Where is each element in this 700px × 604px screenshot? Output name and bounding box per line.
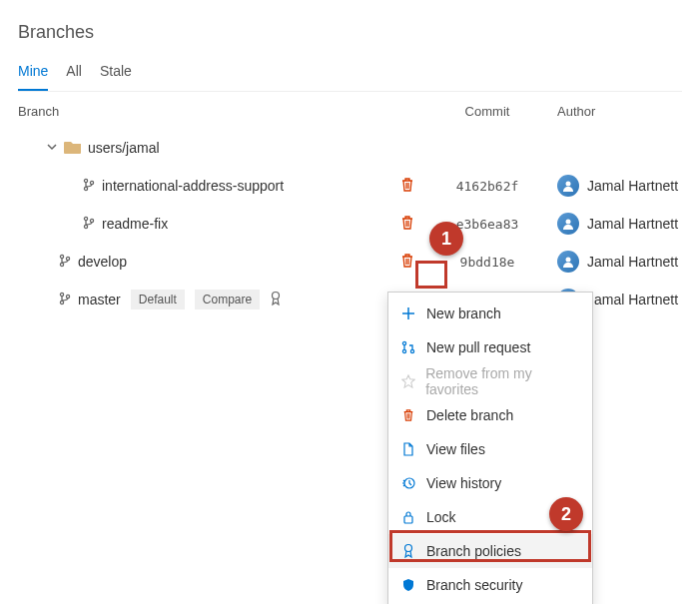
commit-hash[interactable]: e3b6ea83 — [456, 217, 519, 232]
branch-icon — [58, 292, 72, 308]
svg-point-7 — [566, 220, 571, 225]
delete-icon[interactable] — [387, 215, 427, 234]
file-icon — [400, 441, 416, 457]
svg-point-5 — [84, 225, 87, 228]
pull-request-icon — [400, 339, 416, 355]
chevron-down-icon — [46, 140, 58, 156]
menu-label: New pull request — [426, 339, 530, 355]
branch-row[interactable]: international-address-support 4162b62f J… — [18, 167, 682, 205]
menu-label: Lock — [426, 509, 456, 525]
branch-name: master — [78, 292, 121, 307]
svg-point-13 — [60, 301, 63, 303]
branch-name: develop — [78, 254, 127, 270]
lock-icon — [400, 509, 416, 525]
avatar — [557, 175, 579, 197]
tabs: Mine All Stale — [18, 57, 682, 92]
annotation-callout-2: 2 — [549, 497, 583, 531]
shield-icon — [400, 577, 416, 593]
annotation-callout-1: 1 — [429, 222, 463, 256]
tab-all[interactable]: All — [66, 57, 82, 91]
svg-point-1 — [84, 187, 87, 190]
delete-icon[interactable] — [387, 253, 427, 272]
branch-icon — [82, 178, 96, 195]
svg-point-3 — [566, 182, 571, 187]
menu-branch-security[interactable]: Branch security — [388, 568, 592, 602]
svg-point-0 — [84, 179, 87, 182]
author-name[interactable]: Jamal Hartnett — [587, 216, 678, 232]
folder-icon — [64, 140, 82, 157]
commit-hash[interactable]: 9bdd18e — [460, 255, 515, 270]
svg-point-4 — [84, 217, 87, 220]
history-icon — [400, 475, 416, 491]
plus-icon — [400, 305, 416, 321]
tab-stale[interactable]: Stale — [100, 57, 132, 91]
svg-point-8 — [60, 255, 63, 258]
branch-name: readme-fix — [102, 216, 168, 232]
col-header-commit[interactable]: Commit — [427, 104, 547, 119]
avatar — [557, 251, 579, 273]
menu-new-pr[interactable]: New pull request — [388, 330, 592, 364]
branch-name: international-address-support — [102, 178, 284, 194]
folder-row[interactable]: users/jamal — [18, 129, 682, 167]
table-header: Branch Commit Author — [18, 94, 682, 129]
menu-label: Branch security — [426, 577, 522, 593]
col-header-author[interactable]: Author — [547, 104, 682, 119]
menu-delete-branch[interactable]: Delete branch — [388, 398, 592, 432]
menu-label: New branch — [426, 305, 501, 321]
menu-label: View history — [426, 475, 501, 491]
branch-icon — [82, 216, 96, 233]
tab-mine[interactable]: Mine — [18, 57, 48, 91]
menu-remove-favorite: Remove from my favorites — [388, 364, 592, 398]
svg-point-10 — [66, 257, 69, 260]
badge-compare: Compare — [195, 290, 260, 309]
avatar — [557, 213, 579, 235]
svg-point-21 — [402, 349, 405, 352]
author-name[interactable]: Jamal Hartnett — [587, 292, 678, 307]
svg-point-11 — [566, 258, 571, 263]
badge-default: Default — [131, 290, 185, 309]
page-title: Branches — [18, 22, 682, 43]
svg-point-6 — [90, 219, 93, 222]
commit-hash[interactable]: 4162b62f — [456, 179, 519, 194]
svg-point-9 — [60, 263, 63, 266]
ribbon-icon — [270, 291, 282, 309]
branch-row[interactable]: develop 9bdd18e Jamal Hartnett — [18, 243, 682, 281]
menu-view-history[interactable]: View history — [388, 466, 592, 500]
svg-rect-24 — [404, 516, 412, 523]
branch-icon — [58, 254, 72, 271]
star-outline-icon — [400, 373, 415, 389]
ribbon-icon — [400, 543, 416, 559]
svg-point-20 — [402, 341, 405, 344]
menu-label: Remove from my favorites — [425, 365, 580, 397]
branch-row[interactable]: readme-fix e3b6ea83 Jamal Hartnett — [18, 205, 682, 243]
menu-new-branch[interactable]: New branch — [388, 297, 592, 330]
author-name[interactable]: Jamal Hartnett — [587, 254, 678, 270]
svg-point-15 — [273, 292, 280, 299]
menu-label: View files — [426, 441, 485, 457]
svg-point-12 — [60, 293, 63, 296]
folder-name: users/jamal — [88, 140, 160, 156]
delete-icon[interactable] — [387, 177, 427, 196]
svg-point-14 — [66, 295, 69, 298]
svg-point-25 — [405, 545, 412, 552]
context-menu: New branch New pull request Remove from … — [387, 292, 593, 604]
col-header-branch[interactable]: Branch — [18, 104, 387, 119]
author-name[interactable]: Jamal Hartnett — [587, 178, 678, 194]
trash-icon — [400, 407, 416, 423]
menu-branch-policies[interactable]: Branch policies — [388, 534, 592, 568]
svg-point-2 — [90, 181, 93, 184]
menu-label: Delete branch — [426, 407, 513, 423]
svg-point-22 — [410, 349, 413, 352]
menu-view-files[interactable]: View files — [388, 432, 592, 466]
menu-label: Branch policies — [426, 543, 521, 559]
